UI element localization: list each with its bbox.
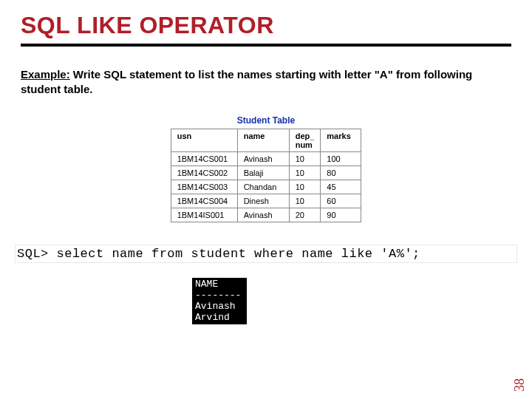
- th-name: name: [237, 129, 289, 151]
- table-row: 1BM14CS002 Balaji 10 80: [171, 166, 361, 180]
- cell-dep: 10: [289, 194, 321, 208]
- cell-marks: 60: [321, 194, 361, 208]
- cell-name: Avinash: [237, 151, 289, 166]
- th-usn: usn: [171, 129, 237, 151]
- title-rule: [21, 44, 511, 47]
- student-table-wrap: Student Table usn name dep_ num marks 1B…: [21, 115, 511, 222]
- result-sep: --------: [195, 290, 241, 301]
- cell-marks: 90: [321, 208, 361, 222]
- table-row: 1BM14CS003 Chandan 10 45: [171, 180, 361, 194]
- table-header-row: usn name dep_ num marks: [171, 129, 361, 151]
- student-table: usn name dep_ num marks 1BM14CS001 Avina…: [171, 129, 362, 222]
- cell-dep: 10: [289, 166, 321, 180]
- table-row: 1BM14IS001 Avinash 20 90: [171, 208, 361, 222]
- cell-usn: 1BM14CS001: [171, 151, 237, 166]
- cell-usn: 1BM14IS001: [171, 208, 237, 222]
- example-text: Example: Write SQL statement to list the…: [21, 67, 511, 98]
- cell-usn: 1BM14CS004: [171, 194, 237, 208]
- cell-marks: 80: [321, 166, 361, 180]
- th-dep-num: dep_ num: [289, 129, 321, 151]
- sql-statement: SQL> select name from student where name…: [15, 245, 517, 263]
- cell-marks: 45: [321, 180, 361, 194]
- example-body: Write SQL statement to list the names st…: [21, 68, 472, 95]
- student-table-caption: Student Table: [21, 115, 511, 126]
- cell-dep: 10: [289, 151, 321, 166]
- cell-usn: 1BM14CS003: [171, 180, 237, 194]
- cell-usn: 1BM14CS002: [171, 166, 237, 180]
- result-header: NAME: [195, 279, 218, 290]
- cell-name: Balaji: [237, 166, 289, 180]
- cell-name: Dinesh: [237, 194, 289, 208]
- cell-dep: 20: [289, 208, 321, 222]
- slide-title: SQL LIKE OPERATOR: [21, 12, 511, 39]
- cell-dep: 10: [289, 180, 321, 194]
- result-row: Avinash: [195, 301, 236, 312]
- table-row: 1BM14CS001 Avinash 10 100: [171, 151, 361, 166]
- cell-name: Avinash: [237, 208, 289, 222]
- slide: SQL LIKE OPERATOR Example: Write SQL sta…: [0, 0, 532, 324]
- result-row: Arvind: [195, 312, 230, 323]
- th-marks: marks: [321, 129, 361, 151]
- cell-marks: 100: [321, 151, 361, 166]
- query-result: NAME -------- Avinash Arvind: [192, 278, 247, 325]
- example-lead: Example:: [21, 68, 70, 81]
- table-row: 1BM14CS004 Dinesh 10 60: [171, 194, 361, 208]
- cell-name: Chandan: [237, 180, 289, 194]
- page-number: 38: [512, 378, 528, 392]
